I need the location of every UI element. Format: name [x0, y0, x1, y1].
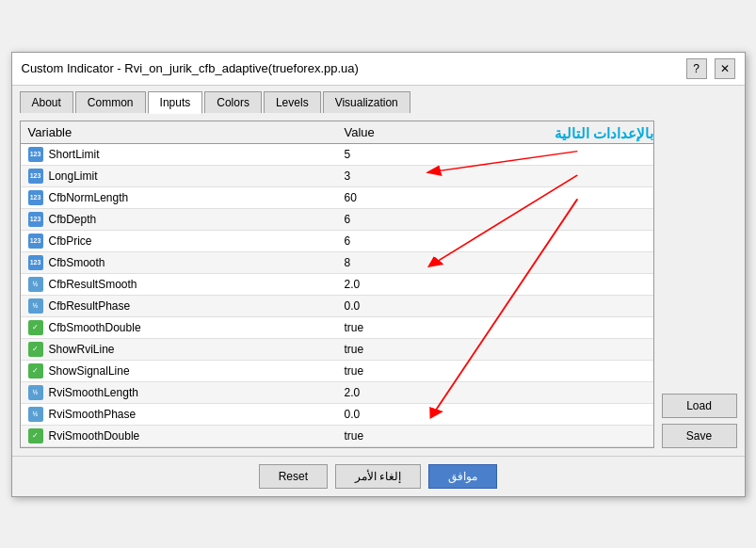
value-cell[interactable]: 0.0: [337, 404, 653, 425]
variables-table: Variable Value 123 ShortLimit 5 123 Long…: [20, 121, 654, 448]
value-cell[interactable]: true: [337, 361, 653, 381]
side-buttons: Load Save: [662, 121, 737, 448]
variable-cell: ½ CfbResultSmooth: [21, 274, 337, 295]
variable-name: RviSmoothLength: [49, 386, 138, 399]
tab-levels[interactable]: Levels: [264, 91, 321, 113]
variable-name: CfbNormLength: [49, 191, 129, 204]
table-row[interactable]: ✓ RviSmoothDouble true: [21, 426, 653, 447]
variable-cell: ½ RviSmoothLength: [21, 382, 337, 403]
variable-name: CfbResultSmooth: [49, 278, 137, 291]
table-row[interactable]: 123 ShortLimit 5: [21, 144, 653, 166]
variable-name: CfbResultPhase: [49, 299, 131, 313]
table-row[interactable]: ✓ ShowSignalLine true: [21, 361, 653, 382]
variable-cell: 123 CfbPrice: [21, 231, 337, 251]
variable-cell: ✓ RviSmoothDouble: [21, 426, 337, 446]
value-cell[interactable]: true: [337, 317, 653, 338]
table-row[interactable]: 123 CfbPrice 6: [21, 231, 653, 252]
close-button[interactable]: ✕: [715, 58, 735, 79]
variable-cell: 123 CfbSmooth: [21, 252, 337, 273]
table-row[interactable]: 123 CfbNormLength 60: [21, 187, 653, 209]
value-cell[interactable]: 2.0: [337, 274, 653, 295]
variable-cell: 123 ShortLimit: [21, 144, 337, 165]
variable-value: 2.0: [345, 386, 361, 399]
value-cell[interactable]: 8: [337, 252, 653, 273]
variable-value: 0.0: [345, 408, 361, 421]
variable-value: 3: [345, 169, 351, 183]
header-variable: Variable: [21, 121, 337, 143]
table-row[interactable]: ½ CfbResultSmooth 2.0: [21, 274, 653, 296]
variable-value: true: [345, 429, 364, 443]
frac-icon: ½: [28, 385, 43, 400]
variable-value: true: [345, 321, 364, 334]
tab-visualization[interactable]: Visualization: [323, 91, 410, 113]
table-row[interactable]: ½ RviSmoothPhase 0.0: [21, 404, 653, 426]
variable-name: CfbSmoothDouble: [49, 321, 141, 334]
value-cell[interactable]: 6: [337, 231, 653, 251]
dialog: Custom Indicator - Rvi_on_jurik_cfb_adap…: [11, 52, 746, 497]
table-row[interactable]: ½ RviSmoothLength 2.0: [21, 382, 653, 404]
value-cell[interactable]: true: [337, 426, 653, 446]
cancel-button[interactable]: إلغاء الأمر: [335, 464, 421, 489]
variable-value: true: [345, 364, 364, 378]
bool-icon: ✓: [28, 428, 43, 443]
dialog-title: Custom Indicator - Rvi_on_jurik_cfb_adap…: [22, 61, 359, 75]
variable-cell: ½ RviSmoothPhase: [21, 404, 337, 425]
frac-icon: ½: [28, 298, 43, 314]
variable-value: 0.0: [345, 299, 361, 313]
variable-name: ShowRviLine: [49, 343, 115, 356]
123-icon: 123: [28, 190, 43, 205]
title-bar: Custom Indicator - Rvi_on_jurik_cfb_adap…: [12, 53, 745, 86]
bottom-bar: Reset إلغاء الأمر موافق: [12, 456, 745, 496]
table-row[interactable]: 123 CfbDepth 6: [21, 209, 653, 231]
tab-colors[interactable]: Colors: [204, 91, 262, 113]
table-body: 123 ShortLimit 5 123 LongLimit 3 123 Cfb…: [21, 144, 653, 447]
value-cell[interactable]: 5: [337, 144, 653, 165]
frac-icon: ½: [28, 277, 43, 292]
table-row[interactable]: ✓ CfbSmoothDouble true: [21, 317, 653, 339]
variable-name: ShortLimit: [49, 148, 100, 161]
annotation-text: بالإعدادات التالية: [555, 125, 653, 142]
variable-value: 5: [345, 148, 351, 161]
value-cell[interactable]: 3: [337, 166, 653, 186]
value-cell[interactable]: 0.0: [337, 296, 653, 316]
variable-cell: ✓ ShowRviLine: [21, 339, 337, 360]
load-button[interactable]: Load: [662, 394, 737, 418]
table-row[interactable]: ✓ ShowRviLine true: [21, 339, 653, 361]
reset-button[interactable]: Reset: [259, 464, 328, 489]
tab-common[interactable]: Common: [75, 91, 146, 113]
tab-about[interactable]: About: [20, 91, 73, 113]
frac-icon: ½: [28, 407, 43, 422]
variable-value: 8: [345, 256, 351, 269]
bool-icon: ✓: [28, 320, 43, 335]
variable-name: CfbPrice: [49, 234, 92, 248]
123-icon: 123: [28, 212, 43, 227]
variable-cell: ½ CfbResultPhase: [21, 296, 337, 316]
help-button[interactable]: ?: [686, 58, 707, 79]
bool-icon: ✓: [28, 363, 43, 379]
table-row[interactable]: 123 CfbSmooth 8: [21, 252, 653, 274]
tab-inputs[interactable]: Inputs: [148, 91, 203, 114]
variable-name: RviSmoothDouble: [49, 429, 140, 443]
tab-bar: About Common Inputs Colors Levels Visual…: [12, 86, 745, 113]
123-icon: 123: [28, 234, 43, 249]
value-cell[interactable]: 6: [337, 209, 653, 230]
123-icon: 123: [28, 255, 43, 270]
variable-value: 60: [345, 191, 357, 204]
bool-icon: ✓: [28, 342, 43, 357]
variable-cell: ✓ CfbSmoothDouble: [21, 317, 337, 338]
variable-name: CfbSmooth: [49, 256, 105, 269]
variable-name: LongLimit: [49, 169, 98, 183]
save-button[interactable]: Save: [662, 424, 737, 448]
value-cell[interactable]: true: [337, 339, 653, 360]
value-cell[interactable]: 2.0: [337, 382, 653, 403]
123-icon: 123: [28, 147, 43, 162]
ok-button[interactable]: موافق: [428, 464, 497, 489]
table-row[interactable]: ½ CfbResultPhase 0.0: [21, 296, 653, 317]
value-cell[interactable]: 60: [337, 187, 653, 208]
variable-cell: 123 CfbNormLength: [21, 187, 337, 208]
variable-cell: 123 CfbDepth: [21, 209, 337, 230]
variable-value: true: [345, 343, 364, 356]
variable-cell: 123 LongLimit: [21, 166, 337, 186]
table-row[interactable]: 123 LongLimit 3: [21, 166, 653, 187]
variable-cell: ✓ ShowSignalLine: [21, 361, 337, 381]
